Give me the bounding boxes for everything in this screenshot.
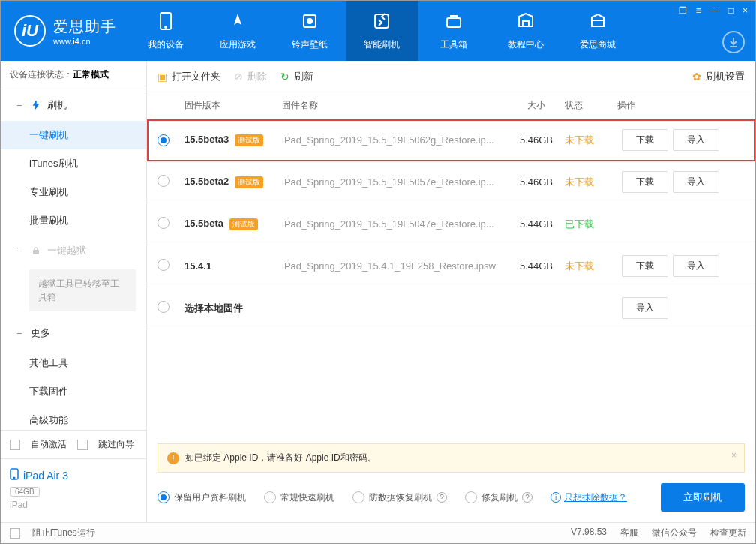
nav-flash[interactable]: 智能刷机 (346, 1, 418, 61)
sidebar-item[interactable]: iTunes刷机 (1, 149, 146, 178)
close-notice-icon[interactable]: × (731, 450, 736, 461)
device-type: iPad (10, 500, 137, 510)
gear-icon: ✿ (692, 71, 701, 83)
collapse-icon: − (14, 328, 25, 339)
logo-icon: iU (14, 15, 46, 47)
check-update-link[interactable]: 检查更新 (710, 527, 746, 539)
win-min-icon[interactable]: — (710, 5, 719, 16)
download-button[interactable]: 下载 (622, 171, 668, 193)
firmware-row[interactable]: 15.5beta3 测试版iPad_Spring_2019_15.5_19F50… (147, 119, 755, 161)
radio-icon[interactable] (158, 134, 170, 146)
sidebar-group-jailbreak[interactable]: − 一键越狱 (1, 235, 146, 266)
sidebar-item[interactable]: 其他工具 (1, 349, 146, 377)
help-icon[interactable]: ? (436, 492, 447, 503)
import-button[interactable]: 导入 (673, 255, 719, 277)
nav-icon (300, 11, 320, 34)
device-capacity: 64GB (10, 487, 40, 497)
sidebar-item[interactable]: 一键刷机 (1, 121, 146, 149)
block-itunes-checkbox[interactable] (10, 528, 20, 539)
flash-settings-button[interactable]: ✿ 刷机设置 (692, 70, 745, 83)
nav-icon (444, 11, 464, 34)
win-list-icon[interactable]: ≡ (696, 5, 701, 16)
firmware-row[interactable]: 选择本地固件导入 (147, 287, 755, 329)
nav-icon (158, 11, 173, 34)
mode-normal[interactable]: 常规快速刷机 (264, 491, 334, 504)
table-header: 固件版本 固件名称 大小 状态 操作 (147, 92, 755, 119)
radio-icon (352, 491, 364, 503)
auto-activate-checkbox[interactable] (10, 440, 20, 450)
refresh-button[interactable]: ↻ 刷新 (280, 70, 314, 83)
import-button[interactable]: 导入 (673, 171, 719, 193)
svg-point-1 (165, 26, 166, 28)
sidebar-item[interactable]: 批量刷机 (1, 206, 146, 235)
nav-tools[interactable]: 工具箱 (418, 1, 490, 61)
version-label: V7.98.53 (571, 527, 607, 539)
logo: iU 爱思助手 www.i4.cn (1, 15, 130, 47)
sidebar-group-flash[interactable]: − 刷机 (1, 89, 146, 121)
svg-rect-5 (447, 18, 460, 27)
radio-icon[interactable] (158, 175, 170, 187)
nav-tutorials[interactable]: 教程中心 (490, 1, 562, 61)
download-button[interactable]: 下载 (622, 255, 668, 277)
sidebar-group-more[interactable]: − 更多 (1, 317, 146, 349)
import-button[interactable]: 导入 (673, 129, 719, 151)
firmware-row[interactable]: 15.5beta2 测试版iPad_Spring_2019_15.5_19F50… (147, 161, 755, 203)
mode-keepdata[interactable]: 保留用户资料刷机 (158, 491, 246, 504)
nav-icon (588, 11, 608, 34)
mode-antirecover[interactable]: 防数据恢复刷机 ? (352, 491, 447, 504)
erase-only-link[interactable]: 只想抹除数据？ (564, 491, 627, 504)
device-info: iPad Air 3 64GB iPad (1, 458, 146, 522)
nav-apps[interactable]: 应用游戏 (202, 1, 274, 61)
warning-icon: ! (167, 452, 179, 464)
open-folder-button[interactable]: ▣ 打开文件夹 (158, 70, 220, 83)
win-close-icon[interactable]: × (742, 5, 748, 16)
svg-rect-7 (34, 248, 38, 251)
sidebar-item[interactable]: 专业刷机 (1, 178, 146, 206)
svg-point-3 (308, 19, 312, 23)
nav-ringtones[interactable]: 铃声壁纸 (274, 1, 346, 61)
info-icon[interactable]: i (550, 492, 561, 503)
delete-icon: ⊘ (234, 71, 243, 83)
start-flash-button[interactable]: 立即刷机 (661, 483, 745, 512)
nav-icon (516, 11, 536, 34)
wechat-link[interactable]: 微信公众号 (652, 527, 697, 539)
nav-store[interactable]: 爱思商城 (562, 1, 634, 61)
refresh-icon: ↻ (280, 71, 290, 83)
app-name: 爱思助手 (53, 17, 116, 37)
beta-badge: 测试版 (235, 176, 263, 188)
flash-mode-options: 保留用户资料刷机 常规快速刷机 防数据恢复刷机 ? 修复刷机 ? i 只想抹除数… (158, 483, 745, 512)
beta-badge: 测试版 (230, 218, 258, 230)
device-name[interactable]: iPad Air 3 (10, 468, 137, 482)
firmware-row[interactable]: 15.5beta 测试版iPad_Spring_2019_15.5_19F504… (147, 203, 755, 245)
import-button[interactable]: 导入 (622, 297, 668, 319)
skip-guide-checkbox[interactable] (77, 440, 88, 450)
delete-button[interactable]: ⊘ 删除 (234, 70, 267, 83)
appleid-notice: ! 如已绑定 Apple ID，请准备好 Apple ID和密码。 × (158, 443, 745, 473)
device-status: 设备连接状态：正常模式 (1, 61, 146, 89)
radio-icon[interactable] (158, 301, 170, 313)
footer: 阻止iTunes运行 V7.98.53 客服 微信公众号 检查更新 (1, 522, 755, 543)
support-link[interactable]: 客服 (620, 527, 638, 539)
win-max-icon[interactable]: □ (728, 5, 734, 16)
phone-icon (10, 468, 19, 482)
jailbreak-note: 越狱工具已转移至工具箱 (29, 269, 136, 311)
radio-icon (264, 491, 276, 503)
firmware-row[interactable]: 15.4.1iPad_Spring_2019_15.4.1_19E258_Res… (147, 245, 755, 287)
mode-repair[interactable]: 修复刷机 ? (465, 491, 532, 504)
sidebar-item[interactable]: 下载固件 (1, 377, 146, 406)
nav-icon (372, 11, 392, 34)
flash-icon (31, 100, 41, 110)
help-icon[interactable]: ? (522, 492, 532, 503)
radio-icon[interactable] (158, 259, 170, 271)
radio-icon[interactable] (158, 217, 170, 229)
beta-badge: 测试版 (235, 134, 263, 146)
radio-icon (158, 491, 170, 503)
collapse-icon: − (14, 245, 25, 257)
download-manager-icon[interactable] (722, 31, 745, 53)
win-menu-icon[interactable]: ❐ (679, 5, 687, 16)
folder-icon: ▣ (158, 71, 167, 83)
nav-icon (228, 11, 248, 34)
nav-device[interactable]: 我的设备 (130, 1, 202, 61)
sidebar-item[interactable]: 高级功能 (1, 406, 146, 430)
download-button[interactable]: 下载 (622, 129, 668, 151)
